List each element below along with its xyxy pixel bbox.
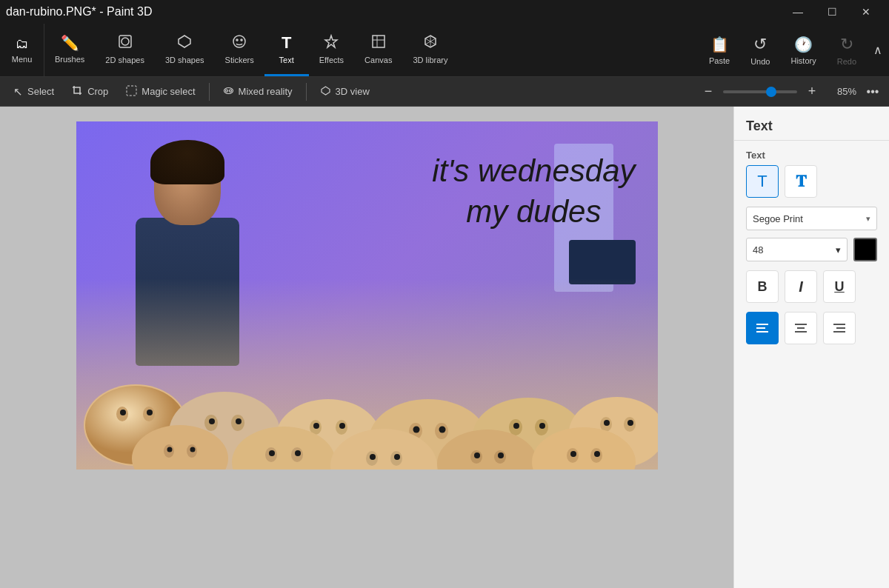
align-left-button[interactable] <box>746 312 779 344</box>
svg-point-30 <box>439 427 445 433</box>
tool-text[interactable]: T Text <box>264 24 309 76</box>
svg-point-1 <box>121 38 129 45</box>
svg-point-50 <box>295 450 301 456</box>
more-options-button[interactable]: ••• <box>862 81 883 102</box>
secondary-toolbar: ↖ Select Crop Magic select Mixed reality… <box>0 77 889 107</box>
svg-point-45 <box>190 447 195 452</box>
italic-icon: I <box>799 278 803 295</box>
toolbar-tools: ✏️ Brushes 2D shapes 3D shapes Stickers … <box>44 24 699 76</box>
svg-point-19 <box>209 418 215 424</box>
stickers-icon <box>232 34 247 53</box>
undo-button[interactable]: ↺ Undo <box>740 24 780 76</box>
brushes-label: Brushes <box>55 55 84 64</box>
magic-select-tool[interactable]: Magic select <box>119 82 202 101</box>
align-center-button[interactable] <box>785 312 817 344</box>
svg-point-64 <box>570 451 576 457</box>
canvas-text-line1: it's wednesday <box>432 151 635 192</box>
svg-point-2 <box>233 36 245 47</box>
undo-icon: ↺ <box>753 35 767 54</box>
color-swatch[interactable] <box>853 238 877 261</box>
italic-button[interactable]: I <box>785 270 817 303</box>
sidebar: Text Text T 𝐓 Segoe Print ▾ 48 ▾ <box>733 107 889 588</box>
paste-button[interactable]: 📋 Paste <box>699 24 740 76</box>
mixed-reality-tool[interactable]: Mixed reality <box>216 82 300 101</box>
select-label: Select <box>27 86 54 97</box>
main-area: it's wednesday my dudes <box>0 107 889 588</box>
svg-point-44 <box>167 447 172 452</box>
3d-view-tool[interactable]: 3D view <box>313 82 377 101</box>
zoom-out-button[interactable]: − <box>699 83 717 101</box>
tool-2d-shapes[interactable]: 2D shapes <box>95 24 155 76</box>
zoom-controls: − + 85% ••• <box>699 81 883 102</box>
canvas-area[interactable]: it's wednesday my dudes <box>0 107 733 588</box>
3d-view-icon <box>320 85 331 98</box>
3d-view-label: 3D view <box>336 86 370 97</box>
effects-label: Effects <box>319 56 344 64</box>
svg-point-55 <box>394 454 400 460</box>
tool-3d-library[interactable]: 3D library <box>402 24 458 76</box>
canvas-text[interactable]: it's wednesday my dudes <box>432 151 635 232</box>
menu-button[interactable]: 🗂 Menu <box>0 24 44 76</box>
select-tool[interactable]: ↖ Select <box>6 82 61 101</box>
size-arrow: ▾ <box>836 244 841 255</box>
zoom-in-button[interactable]: + <box>803 83 821 101</box>
bold-button[interactable]: B <box>746 270 779 303</box>
crop-tool[interactable]: Crop <box>64 82 116 101</box>
align-center-icon <box>793 322 808 334</box>
history-button[interactable]: 🕐 History <box>780 24 826 76</box>
collapse-button[interactable]: ∧ <box>867 24 889 76</box>
svg-point-60 <box>498 452 504 458</box>
close-button[interactable]: ✕ <box>849 0 883 24</box>
crop-label: Crop <box>87 86 108 97</box>
underline-button[interactable]: U <box>823 270 856 303</box>
align-right-icon <box>832 322 847 334</box>
canvas-image[interactable]: it's wednesday my dudes <box>76 121 658 470</box>
titlebar-controls: — ☐ ✕ <box>781 0 883 24</box>
history-label: History <box>790 56 816 65</box>
tool-canvas[interactable]: Canvas <box>354 24 402 76</box>
sidebar-title: Text <box>734 107 889 141</box>
svg-point-9 <box>229 90 231 92</box>
brushes-icon: ✏️ <box>61 34 79 52</box>
effects-icon <box>324 34 339 53</box>
align-right-button[interactable] <box>823 312 856 344</box>
toolbar: 🗂 Menu ✏️ Brushes 2D shapes 3D shapes St… <box>0 24 889 77</box>
size-value: 48 <box>753 244 763 255</box>
magic-select-label: Magic select <box>141 86 195 97</box>
menu-label: Menu <box>12 55 33 64</box>
svg-point-49 <box>269 450 275 456</box>
sidebar-section-text: Text <box>734 141 889 165</box>
tool-brushes[interactable]: ✏️ Brushes <box>44 24 95 76</box>
maximize-button[interactable]: ☐ <box>815 0 849 24</box>
person-head <box>154 144 221 225</box>
minimize-button[interactable]: — <box>781 0 815 24</box>
svg-point-40 <box>627 420 633 426</box>
svg-point-59 <box>474 452 480 458</box>
canvas-text-line2: my dudes <box>432 192 635 233</box>
canvas-label: Canvas <box>364 56 392 64</box>
font-select[interactable]: Segoe Print ▾ <box>746 207 877 230</box>
menu-icon: 🗂 <box>16 36 29 52</box>
person-hair <box>150 140 224 184</box>
plain-text-icon: T <box>757 172 767 191</box>
size-select[interactable]: 48 ▾ <box>746 238 848 261</box>
svg-point-34 <box>513 423 519 429</box>
tool-effects[interactable]: Effects <box>309 24 354 76</box>
plain-text-button[interactable]: T <box>746 165 779 198</box>
tool-stickers[interactable]: Stickers <box>215 24 264 76</box>
frogs-area <box>76 278 658 470</box>
history-icon: 🕐 <box>794 36 813 53</box>
svg-point-35 <box>539 423 545 429</box>
2d-shapes-label: 2D shapes <box>105 56 144 64</box>
zoom-slider[interactable] <box>723 90 797 93</box>
divider-2 <box>306 83 307 101</box>
align-left-icon <box>755 322 770 334</box>
text-type-row: T 𝐓 <box>734 165 889 207</box>
svg-point-15 <box>147 410 153 415</box>
underline-icon: U <box>835 279 845 295</box>
stylized-text-button[interactable]: 𝐓 <box>785 165 817 198</box>
svg-point-14 <box>120 410 126 415</box>
font-name: Segoe Print <box>753 213 803 224</box>
tool-3d-shapes[interactable]: 3D shapes <box>155 24 215 76</box>
select-icon: ↖ <box>13 85 23 98</box>
